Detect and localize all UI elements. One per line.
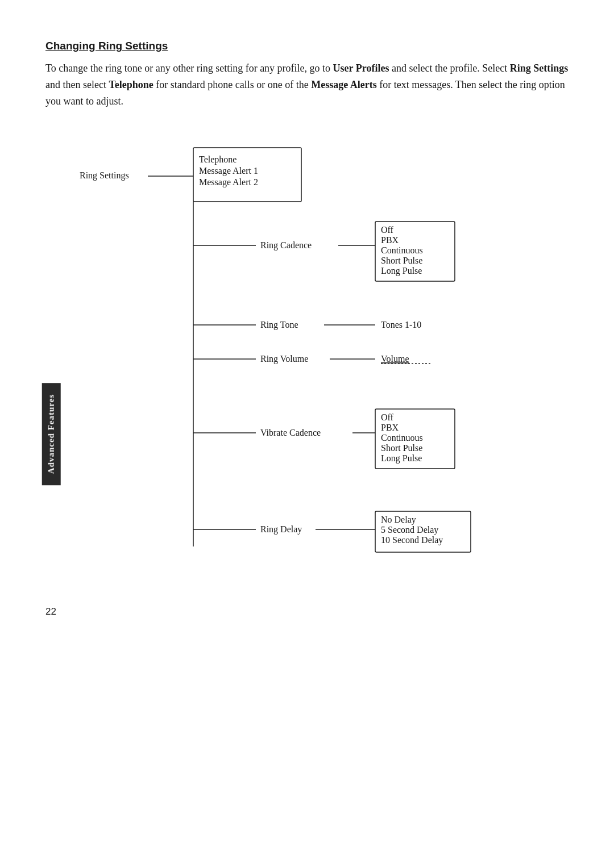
section-heading: Changing Ring Settings	[45, 40, 569, 52]
svg-text:5 Second Delay: 5 Second Delay	[381, 525, 438, 535]
svg-text:Continuous: Continuous	[381, 433, 423, 443]
svg-text:Ring Cadence: Ring Cadence	[260, 240, 312, 251]
svg-text:Tones 1-10: Tones 1-10	[381, 320, 421, 329]
page-container: Changing Ring Settings To change the rin…	[0, 0, 614, 640]
svg-text:10 Second Delay: 10 Second Delay	[381, 535, 443, 545]
svg-text:Volume: Volume	[381, 354, 409, 364]
svg-text:Short Pulse: Short Pulse	[381, 256, 422, 265]
body-text: To change the ring tone or any other rin…	[45, 60, 569, 109]
svg-text:Ring Delay: Ring Delay	[260, 524, 302, 535]
svg-text:Off: Off	[381, 412, 394, 422]
svg-text:Vibrate Cadence: Vibrate Cadence	[260, 428, 321, 437]
page-number: 22	[45, 606, 56, 617]
svg-text:PBX: PBX	[381, 423, 399, 432]
ring-settings-label: Ring Settings	[80, 170, 129, 181]
svg-text:Off: Off	[381, 225, 394, 235]
diagram-area: text { font-family: Georgia, serif; font…	[80, 132, 603, 600]
svg-text:PBX: PBX	[381, 235, 399, 245]
svg-text:Ring Volume: Ring Volume	[260, 354, 308, 364]
svg-text:Long Pulse: Long Pulse	[381, 453, 422, 464]
svg-text:Continuous: Continuous	[381, 245, 423, 255]
svg-text:Long Pulse: Long Pulse	[381, 266, 422, 276]
diagram-svg: text { font-family: Georgia, serif; font…	[80, 132, 546, 598]
svg-text:No Delay: No Delay	[381, 515, 416, 525]
svg-text:Message Alert 1: Message Alert 1	[199, 166, 258, 176]
svg-text:Short Pulse: Short Pulse	[381, 443, 422, 453]
svg-text:Ring Tone: Ring Tone	[260, 320, 298, 330]
svg-text:Message Alert 2: Message Alert 2	[199, 177, 258, 187]
svg-text:Telephone: Telephone	[199, 155, 237, 165]
